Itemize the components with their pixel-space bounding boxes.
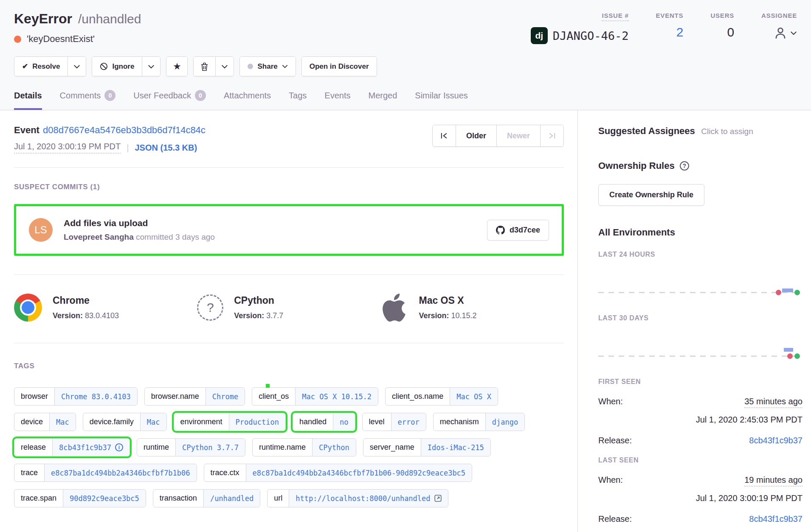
tag-runtime.name: runtime.nameCPython <box>252 438 356 456</box>
commit-message: Add files via upload <box>64 218 476 228</box>
suspect-commits-heading: SUSPECT COMMITS (1) <box>14 183 564 191</box>
tab-label: Events <box>324 91 350 101</box>
tag-value[interactable]: /unhandled <box>203 490 260 507</box>
tab-count-badge: 0 <box>195 90 206 101</box>
tab-events[interactable]: Events <box>324 90 350 110</box>
share-button[interactable]: Share <box>240 57 295 76</box>
tag-key[interactable]: environment <box>174 413 229 431</box>
older-event-button[interactable]: Older <box>456 125 496 146</box>
tag-browser: browserChrome 83.0.4103 <box>14 387 138 406</box>
tag-value[interactable]: error <box>391 413 426 431</box>
tag-key[interactable]: client_os.name <box>386 388 450 405</box>
resolve-dropdown-button[interactable] <box>68 57 86 76</box>
tag-key[interactable]: device <box>14 413 49 431</box>
newer-event-button[interactable]: Newer <box>496 125 540 146</box>
tab-merged[interactable]: Merged <box>369 90 397 110</box>
event-id-link[interactable]: d08d7667e4a5476eb3b3db6d7f14c84c <box>43 125 206 135</box>
assignee-selector[interactable] <box>774 27 797 39</box>
django-project-icon: dj <box>531 27 548 44</box>
tab-details[interactable]: Details <box>14 90 42 110</box>
tag-value[interactable]: Mac OS X <box>450 388 498 405</box>
info-icon[interactable]: i <box>115 443 123 451</box>
tag-key[interactable]: runtime.name <box>253 439 312 456</box>
tag-key[interactable]: release <box>14 439 52 456</box>
tag-key[interactable]: trace <box>14 464 44 482</box>
tag-value[interactable]: http://localhost:8000/unhandled <box>289 490 448 507</box>
users-count[interactable]: 0 <box>727 25 734 39</box>
tag-list: browserChrome 83.0.4103browser.nameChrom… <box>14 387 564 507</box>
event-json-link[interactable]: JSON (15.3 KB) <box>135 143 197 153</box>
delete-button[interactable] <box>194 57 215 76</box>
skip-to-newest-icon <box>548 132 556 140</box>
tag-key[interactable]: client_os <box>252 388 295 405</box>
tag-key[interactable]: level <box>363 413 391 431</box>
tag-key[interactable]: runtime <box>137 439 175 456</box>
ignore-dropdown-button[interactable] <box>142 57 160 76</box>
tab-attachments[interactable]: Attachments <box>224 90 271 110</box>
issue-short-id[interactable]: DJANGO-46-2 <box>553 29 629 42</box>
last-seen-release-link[interactable]: 8cb43f1c9b37 <box>749 514 803 524</box>
tag-value[interactable]: CPython 3.7.7 <box>175 439 245 456</box>
all-environments-title: All Environments <box>598 227 803 238</box>
assignee-label: ASSIGNEE <box>761 12 797 19</box>
tag-key[interactable]: trace.ctx <box>204 464 246 482</box>
tab-label: Attachments <box>224 91 271 101</box>
delete-dropdown-button[interactable] <box>215 57 234 76</box>
open-in-discover-button[interactable]: Open in Discover <box>302 57 377 76</box>
tag-environment: environmentProduction <box>174 413 286 431</box>
unknown-runtime-icon: ? <box>197 294 223 321</box>
tag-key[interactable]: browser.name <box>145 388 206 405</box>
tag-value[interactable]: no <box>333 413 355 431</box>
tag-value[interactable]: Idos-iMac-215 <box>421 439 490 456</box>
external-link-icon[interactable] <box>434 495 442 502</box>
help-icon[interactable]: ? <box>680 161 689 171</box>
tag-value[interactable]: Mac <box>140 413 166 431</box>
resolve-button[interactable]: ✔ Resolve <box>14 57 68 76</box>
oldest-event-button[interactable] <box>433 125 456 146</box>
tag-value[interactable]: CPython <box>312 439 356 456</box>
commit-sha-button[interactable]: d3d7cee <box>487 220 549 241</box>
tag-key[interactable]: url <box>268 490 289 507</box>
event-label: Event <box>14 125 39 135</box>
events-count[interactable]: 2 <box>676 25 684 39</box>
tab-similar-issues[interactable]: Similar Issues <box>415 90 467 110</box>
chevron-down-icon <box>790 31 797 35</box>
tab-user-feedback[interactable]: User Feedback0 <box>133 90 206 110</box>
tag-key[interactable]: trace.span <box>14 490 63 507</box>
bookmark-star-button[interactable]: ★ <box>166 57 187 76</box>
events-sparkline-24h <box>598 290 800 296</box>
context-os: Mac OS X Version: 10.15.2 <box>380 294 563 322</box>
tag-value[interactable]: e8c87ba1dc494bb2a4346bcfbf7b1b06-90d892c… <box>246 464 472 482</box>
last-30-days-label: LAST 30 DAYS <box>598 314 803 322</box>
tag-key[interactable]: browser <box>14 388 54 405</box>
issue-header: KeyError /unhandled 'keyDoesntExist' ISS… <box>0 0 811 110</box>
ignore-button[interactable]: Ignore <box>92 57 142 76</box>
tag-key[interactable]: handled <box>293 413 333 431</box>
tag-value[interactable]: 90d892c9eace3bc5 <box>63 490 146 507</box>
tag-value[interactable]: Chrome <box>206 388 245 405</box>
newest-event-button[interactable] <box>540 125 563 146</box>
create-ownership-rule-button[interactable]: Create Ownership Rule <box>598 184 704 206</box>
tab-comments[interactable]: Comments0 <box>60 90 116 110</box>
tag-key[interactable]: mechanism <box>434 413 485 431</box>
suspect-commit-row: LS Add files via upload Lovepreet Sangha… <box>14 204 564 256</box>
tab-tags[interactable]: Tags <box>289 90 307 110</box>
tag-key[interactable]: server_name <box>363 439 421 456</box>
tag-value[interactable]: Mac OS X 10.15.2 <box>295 388 378 405</box>
tag-value[interactable]: Mac <box>49 413 76 431</box>
tag-value[interactable]: e8c87ba1dc494bb2a4346bcfbf7b1b06 <box>44 464 197 482</box>
check-icon: ✔ <box>22 62 28 71</box>
context-runtime: ? CPython Version: 3.7.7 <box>197 294 380 322</box>
tag-value[interactable]: django <box>485 413 524 431</box>
ownership-rules-title: Ownership Rules <box>598 160 675 171</box>
tag-release: release8cb43f1c9b37i <box>14 438 130 456</box>
tag-value[interactable]: Chrome 83.0.4103 <box>54 388 137 405</box>
tag-key[interactable]: device.family <box>83 413 140 431</box>
tag-value[interactable]: Production <box>229 413 285 431</box>
tag-device: deviceMac <box>14 413 76 431</box>
tag-key[interactable]: transaction <box>153 490 203 507</box>
chevron-down-icon <box>148 64 155 69</box>
first-seen-release-link[interactable]: 8cb43f1c9b37 <box>749 436 803 445</box>
tag-trace.span: trace.span90d892c9eace3bc5 <box>14 489 146 507</box>
tag-value[interactable]: 8cb43f1c9b37i <box>52 439 130 456</box>
